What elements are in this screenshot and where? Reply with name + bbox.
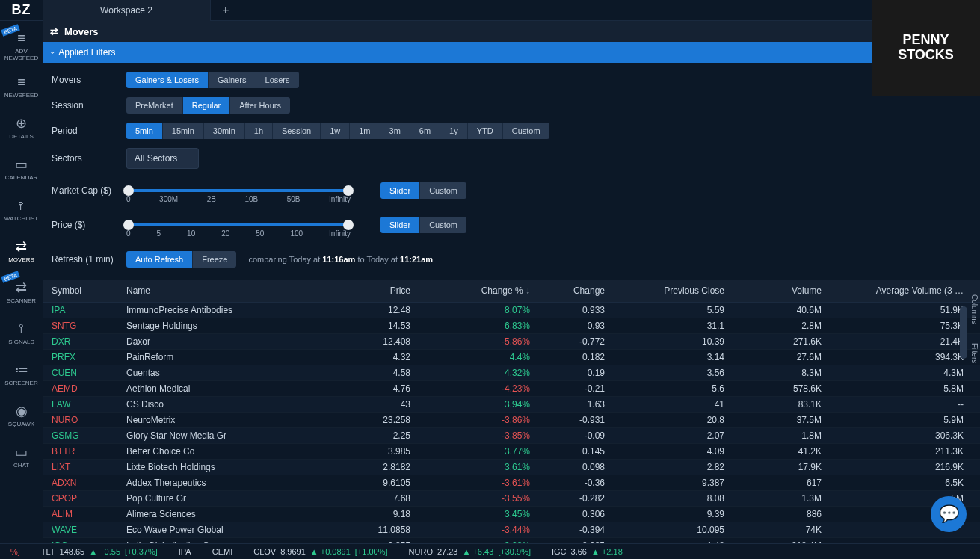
ticker-item-TLT[interactable]: TLT148.65▲ +0.55[+0.37%] — [31, 547, 168, 556]
sidebar-item-adv-newsfeed[interactable]: BETA≡ADV NEWSFEED — [0, 25, 43, 67]
tog-price-option-custom[interactable]: Custom — [420, 217, 466, 233]
cell-symbol[interactable]: NURO — [52, 415, 126, 425]
seg-period-option-3m[interactable]: 3m — [380, 123, 410, 139]
price-slider-knob-min[interactable] — [123, 220, 134, 230]
seg-period-option-custom[interactable]: Custom — [503, 123, 549, 139]
cell-symbol[interactable]: WAVE — [52, 525, 126, 535]
table-row[interactable]: IGCIndia Globalization Cap2.8553.23%0.08… — [43, 538, 980, 543]
seg-period-option-session[interactable]: Session — [273, 123, 321, 139]
price-slider-knob-max[interactable] — [343, 220, 354, 230]
sidebar-item-movers[interactable]: ⇄MOVERS — [0, 231, 43, 272]
seg-period-option-6m[interactable]: 6m — [410, 123, 440, 139]
mcap-slider[interactable]: 0300M2B10B50BInfinity — [126, 189, 351, 192]
table-row[interactable]: LIXTLixte Biotech Holdings2.81823.61%0.0… — [43, 460, 980, 475]
cell-symbol[interactable]: GSMG — [52, 430, 126, 441]
tog-price-option-slider[interactable]: Slider — [380, 217, 420, 233]
sidebar-item-calendar[interactable]: ▭CALENDAR — [0, 149, 43, 190]
table-row[interactable]: CPOPPop Culture Gr7.68-3.55%-0.2828.081.… — [43, 491, 980, 507]
cell-symbol[interactable]: BTTR — [52, 446, 126, 457]
slider-tick: 100 — [290, 229, 303, 238]
mcap-slider-knob-max[interactable] — [343, 185, 354, 196]
seg-period-option-1y[interactable]: 1y — [440, 123, 468, 139]
sidebar-item-scanner[interactable]: BETA⇄SCANNER — [0, 272, 43, 313]
ticker-item-CEMI[interactable]: CEMI — [202, 547, 244, 556]
ticker-item-IPA[interactable]: IPA — [168, 547, 202, 556]
col-change[interactable]: Change — [530, 285, 605, 296]
seg-refresh-option-freeze[interactable]: Freeze — [193, 251, 236, 268]
applied-filters-bar[interactable]: › Applied Filters — [43, 42, 980, 63]
table-row[interactable]: AEMDAethlon Medical4.76-4.23%-0.215.6578… — [43, 381, 980, 397]
cell-symbol[interactable]: AEMD — [52, 383, 126, 394]
sidebar-icon: ≡ — [17, 31, 25, 45]
seg-period-option-1h[interactable]: 1h — [245, 123, 273, 139]
add-workspace-button[interactable]: + — [211, 4, 241, 17]
ticker-item-NURO[interactable]: NURO27.23▲ +6.43[+30.9%] — [398, 547, 541, 556]
seg-period-option-30min[interactable]: 30min — [204, 123, 245, 139]
table-row[interactable]: ADXNAddex Therapeutics9.6105-3.61%-0.369… — [43, 475, 980, 491]
table-row[interactable]: SNTGSentage Holdings14.536.83%0.9331.12.… — [43, 318, 980, 334]
tog-mcap-option-slider[interactable]: Slider — [380, 182, 420, 199]
seg-period-option-15min[interactable]: 15min — [163, 123, 204, 139]
col-prev-close[interactable]: Previous Close — [605, 285, 724, 296]
col-name[interactable]: Name — [126, 285, 336, 296]
seg-period-option-1w[interactable]: 1w — [321, 123, 350, 139]
col-price[interactable]: Price — [336, 285, 410, 296]
workspace-tab[interactable]: Workspace 2 — [43, 0, 211, 21]
sidebar-item-chat[interactable]: ▭CHAT — [0, 436, 43, 478]
table-row[interactable]: CUENCuentas4.584.32%0.193.568.3M4.3M — [43, 365, 980, 381]
sidebar-item-details[interactable]: ⊕DETAILS — [0, 108, 43, 149]
seg-movers-option-losers[interactable]: Losers — [256, 72, 299, 88]
cell-symbol[interactable]: ALIM — [52, 509, 126, 519]
table-row[interactable]: DXRDaxor12.408-5.86%-0.77210.39271.6K21.… — [43, 334, 980, 350]
table-scrollbar[interactable] — [960, 306, 967, 359]
price-slider[interactable]: 05102050100Infinity — [126, 223, 351, 226]
sidebar-item-signals[interactable]: ⟟SIGNALS — [0, 313, 43, 354]
seg-period-option-5min[interactable]: 5min — [126, 123, 163, 139]
sectors-select[interactable]: All Sectors — [126, 148, 199, 169]
cell-symbol[interactable]: PRFX — [52, 352, 126, 362]
cell-symbol[interactable]: LAW — [52, 399, 126, 410]
table-row[interactable]: GSMGGlory Star New Media Gr2.25-3.85%-0.… — [43, 428, 980, 444]
columns-tab[interactable]: Columns — [970, 291, 979, 327]
sidebar-item-screener[interactable]: ≔SCREENER — [0, 354, 43, 395]
seg-period-option-1m[interactable]: 1m — [350, 123, 380, 139]
cell-symbol[interactable]: DXR — [52, 336, 126, 347]
col-avg-volume[interactable]: Average Volume (3 … — [822, 285, 964, 296]
chat-button[interactable]: 💬 — [931, 496, 967, 532]
seg-session-option-after-hours[interactable]: After Hours — [230, 97, 290, 114]
table-row[interactable]: NURONeuroMetrix23.258-3.86%-0.93120.837.… — [43, 413, 980, 428]
table-row[interactable]: BTTRBetter Choice Co3.9853.77%0.1454.094… — [43, 444, 980, 460]
col-change-pct[interactable]: Change % ↓ — [410, 285, 530, 296]
tog-mcap-option-custom[interactable]: Custom — [420, 182, 466, 199]
mcap-slider-knob-min[interactable] — [123, 185, 134, 196]
seg-movers-option-gainers-&-losers[interactable]: Gainers & Losers — [126, 72, 209, 88]
ticker-item-IGC[interactable]: IGC3.66▲ +2.18 — [541, 547, 633, 556]
filters-tab[interactable]: Filters — [970, 340, 979, 366]
seg-movers-option-gainers[interactable]: Gainers — [209, 72, 256, 88]
cell-symbol[interactable]: CPOP — [52, 493, 126, 504]
cell-symbol[interactable]: LIXT — [52, 462, 126, 472]
col-symbol[interactable]: Symbol — [52, 285, 126, 296]
seg-refresh-option-auto-refresh[interactable]: Auto Refresh — [126, 251, 193, 268]
table-body[interactable]: IPAImmunoPrecise Antibodies12.488.07%0.9… — [43, 303, 980, 543]
table-row[interactable]: PRFXPainReform4.324.4%0.1823.1427.6M394.… — [43, 350, 980, 365]
cell-symbol[interactable]: CUEN — [52, 368, 126, 378]
table-row[interactable]: ALIMAlimera Sciences9.183.45%0.3069.3988… — [43, 507, 980, 522]
seg-session-option-premarket[interactable]: PreMarket — [126, 97, 183, 114]
sidebar-item-newsfeed[interactable]: ≡NEWSFEED — [0, 67, 43, 108]
cell-volume: 578.6K — [724, 383, 822, 394]
ad-banner[interactable]: PENNYSTOCKS — [872, 0, 980, 96]
sidebar-item-watchlist[interactable]: ⫯WATCHLIST — [0, 190, 43, 231]
seg-session-option-regular[interactable]: Regular — [183, 97, 231, 114]
seg-period-option-ytd[interactable]: YTD — [468, 123, 503, 139]
table-row[interactable]: LAWCS Disco433.94%1.634183.1K-- — [43, 397, 980, 413]
cell-symbol[interactable]: SNTG — [52, 321, 126, 331]
ticker-item-CLOV[interactable]: CLOV8.9691▲ +0.0891[+1.00%] — [243, 547, 398, 556]
table-row[interactable]: WAVEEco Wave Power Global11.0858-3.44%-0… — [43, 522, 980, 538]
sidebar-item-squawk[interactable]: ◉SQUAWK — [0, 395, 43, 436]
cell-symbol[interactable]: IPA — [52, 305, 126, 315]
col-volume[interactable]: Volume — [724, 285, 822, 296]
cell-symbol[interactable]: ADXN — [52, 478, 126, 488]
table-row[interactable]: IPAImmunoPrecise Antibodies12.488.07%0.9… — [43, 303, 980, 318]
filter-label-refresh: Refresh (1 min) — [52, 254, 126, 265]
